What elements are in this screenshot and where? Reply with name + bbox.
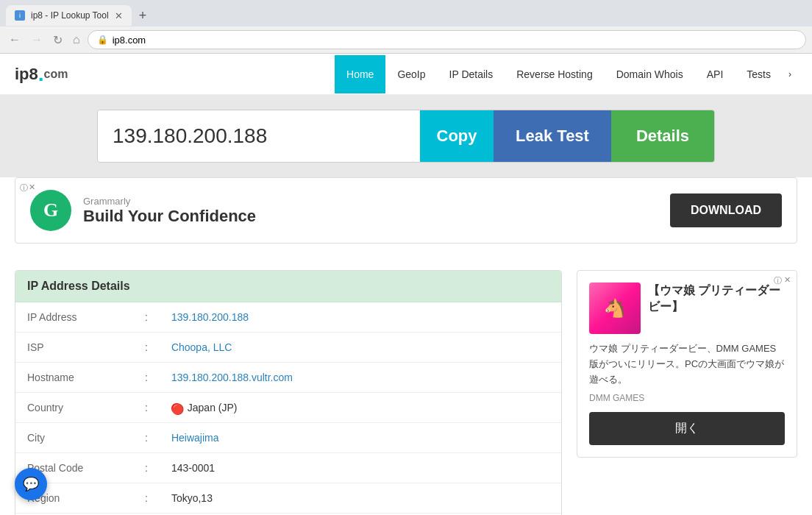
reload-button[interactable]: ↻ — [50, 32, 65, 49]
label-isp: ISP — [15, 333, 133, 363]
colon: : — [133, 363, 160, 393]
right-ad-brand: DMM GAMES — [589, 393, 785, 403]
site-nav: ip8.com Home GeoIp IP Details Reverse Ho… — [0, 54, 812, 95]
lock-icon: 🔒 — [97, 35, 108, 45]
ad-close-icon[interactable]: ✕ — [29, 182, 35, 192]
address-bar: ← → ↻ ⌂ 🔒 ip8.com — [0, 26, 812, 53]
value-ip-address: 139.180.200.188 — [160, 302, 561, 333]
label-city: City — [15, 423, 133, 453]
ip-details-table: IP Address : 139.180.200.188 ISP : Choop… — [15, 302, 561, 515]
ad-text: Grammarly Build Your Confidence — [83, 196, 658, 226]
address-input[interactable]: 🔒 ip8.com — [88, 30, 806, 49]
nav-items: Home GeoIp IP Details Reverse Hosting Do… — [335, 55, 797, 93]
table-row: City : Heiwajima — [15, 423, 561, 453]
nav-reverse-hosting[interactable]: Reverse Hosting — [505, 55, 605, 93]
ip-display-section: 139.180.200.188 Copy Leak Test Details — [0, 95, 812, 177]
table-row: IP Address : 139.180.200.188 — [15, 302, 561, 333]
ad-brand: Grammarly — [83, 196, 658, 207]
nav-ip-details[interactable]: IP Details — [438, 55, 505, 93]
tab-favicon: i — [15, 10, 25, 21]
logo-dot: . — [38, 63, 44, 86]
table-row: ISP : Choopa, LLC — [15, 333, 561, 363]
country-flag-icon: 🔴 — [171, 403, 182, 413]
nav-api[interactable]: API — [695, 55, 736, 93]
nav-geoip[interactable]: GeoIp — [385, 55, 437, 93]
ip-details-card: IP Address Details IP Address : 139.180.… — [15, 270, 562, 515]
ip-address-field: 139.180.200.188 — [98, 110, 420, 162]
table-row: Region : Tokyo,13 — [15, 483, 561, 514]
ad-banner: ⓘ ✕ G Grammarly Build Your Confidence DO… — [15, 177, 797, 244]
copy-button[interactable]: Copy — [420, 110, 494, 162]
ad-logo: G — [30, 190, 71, 231]
value-country: 🔴 Japan (JP) — [160, 393, 561, 423]
label-country: Country — [15, 393, 133, 423]
colon: : — [133, 333, 160, 363]
label-hostname: Hostname — [15, 363, 133, 393]
ip-details-header: IP Address Details — [15, 271, 561, 302]
ad-info-icon[interactable]: ⓘ — [20, 182, 28, 193]
colon: : — [133, 453, 160, 483]
chat-icon: 💬 — [23, 476, 39, 492]
new-tab-button[interactable]: + — [135, 8, 152, 24]
content-area: IP Address Details IP Address : 139.180.… — [0, 255, 812, 515]
right-ad-image-area: 🐴 【ウマ娘 プリティーダービー】 — [589, 283, 785, 334]
right-ad-desc: ウマ娘 プリティーダービー、DMM GAMES版がついにリリース。PCの大画面で… — [589, 341, 785, 387]
leak-test-button[interactable]: Leak Test — [494, 110, 611, 162]
tab-bar: i ip8 - IP Lookup Tool ✕ + — [0, 0, 812, 26]
right-ad-banner: ⓘ ✕ 🐴 【ウマ娘 プリティーダービー】 ウマ娘 プリティーダービー、DMM … — [577, 270, 797, 458]
ad-download-button[interactable]: DOWNLOAD — [670, 193, 782, 227]
right-column: ⓘ ✕ 🐴 【ウマ娘 プリティーダービー】 ウマ娘 プリティーダービー、DMM … — [577, 270, 797, 515]
colon: : — [133, 483, 160, 514]
right-ad-info-icon[interactable]: ⓘ — [774, 275, 782, 286]
ip-address-text: 139.180.200.188 — [113, 124, 267, 148]
site-logo: ip8.com — [15, 63, 68, 86]
value-city: Heiwajima — [160, 423, 561, 453]
colon: : — [133, 302, 160, 333]
home-button[interactable]: ⌂ — [70, 32, 83, 48]
value-region: Tokyo,13 — [160, 483, 561, 514]
left-column: IP Address Details IP Address : 139.180.… — [15, 270, 562, 515]
active-tab[interactable]: i ip8 - IP Lookup Tool ✕ — [6, 5, 132, 26]
table-row: Hostname : 139.180.200.188.vultr.com — [15, 363, 561, 393]
forward-button[interactable]: → — [28, 32, 46, 48]
logo-ip: ip8 — [15, 65, 38, 84]
nav-domain-whois[interactable]: Domain Whois — [605, 55, 695, 93]
ip-box: 139.180.200.188 Copy Leak Test Details — [97, 110, 715, 163]
right-ad-open-button[interactable]: 開く — [589, 412, 785, 445]
value-isp: Choopa, LLC — [160, 333, 561, 363]
ad-tagline: Build Your Confidence — [83, 207, 658, 226]
tab-close-button[interactable]: ✕ — [115, 10, 123, 21]
value-hostname: 139.180.200.188.vultr.com — [160, 363, 561, 393]
browser-chrome: i ip8 - IP Lookup Tool ✕ + ← → ↻ ⌂ 🔒 ip8… — [0, 0, 812, 54]
label-ip-address: IP Address — [15, 302, 133, 333]
site-wrapper: ip8.com Home GeoIp IP Details Reverse Ho… — [0, 54, 812, 515]
logo-com: com — [44, 68, 68, 81]
tab-title: ip8 - IP Lookup Tool — [31, 10, 109, 21]
nav-more-icon[interactable]: › — [783, 56, 797, 93]
chat-bubble[interactable]: 💬 — [15, 468, 47, 500]
details-button[interactable]: Details — [611, 110, 714, 162]
table-row: Postal Code : 143-0001 — [15, 453, 561, 483]
right-ad-close-icon[interactable]: ✕ — [784, 275, 791, 285]
back-button[interactable]: ← — [6, 32, 24, 48]
url-text: ip8.com — [113, 35, 146, 46]
right-ad-thumbnail: 🐴 — [589, 283, 641, 334]
value-postal-code: 143-0001 — [160, 453, 561, 483]
right-ad-title: 【ウマ娘 プリティーダービー】 — [648, 283, 785, 334]
colon: : — [133, 393, 160, 423]
table-row: Country : 🔴 Japan (JP) — [15, 393, 561, 423]
nav-home[interactable]: Home — [335, 55, 385, 93]
nav-tests[interactable]: Tests — [735, 55, 783, 93]
colon: : — [133, 423, 160, 453]
